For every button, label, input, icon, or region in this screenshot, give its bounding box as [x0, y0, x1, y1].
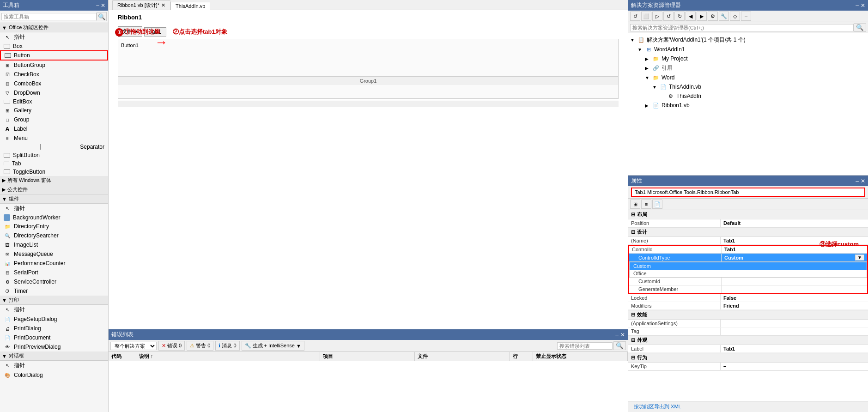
toolbox-item-performancecounter[interactable]: 📊 PerformanceCounter [0, 259, 108, 268]
prop-row-locked[interactable]: Locked False [628, 294, 868, 302]
prop-row-customid[interactable]: CustomId [629, 278, 867, 285]
prop-row-keytip[interactable]: KeyTip – [628, 363, 868, 370]
tab-thisaddin[interactable]: ThisAddIn.vb [170, 2, 210, 10]
prop-categorized-btn[interactable]: ≡ [641, 200, 651, 209]
se-tool-btn-4[interactable]: ↺ [663, 12, 674, 21]
prop-row-modifiers[interactable]: Modifiers Friend [628, 302, 868, 310]
prop-pin-icon[interactable]: – [856, 178, 859, 184]
tree-project[interactable]: ▼ ⊞ WordAddIn1 [630, 45, 866, 54]
prop-row-controlid[interactable]: ControlId Tab1 [629, 246, 867, 254]
toolbox-item-timer[interactable]: ⏱ Timer [0, 286, 108, 296]
toolbox-section-windows[interactable]: ▶ 所有 Windows 窗体 [0, 176, 108, 185]
build-button[interactable]: 🔧 生成 + IntelliSense ▼ [242, 341, 304, 351]
toolbox-item-label[interactable]: A Label [0, 124, 108, 133]
toolbox-item-printdialog[interactable]: 🖨 PrintDialog [0, 324, 108, 333]
prop-section-keytip-header[interactable]: ⊟ 行为 [628, 353, 868, 363]
se-close-icon[interactable]: ✕ [861, 2, 865, 9]
toolbox-close-icon[interactable]: ✕ [101, 2, 105, 9]
se-pin-icon[interactable]: – [856, 2, 859, 9]
prop-row-generatemember[interactable]: GenerateMember [629, 285, 867, 293]
designer-scrollbar-h[interactable] [118, 101, 619, 107]
toolbox-item-messagequeue[interactable]: ✉ MessageQueue [0, 249, 108, 259]
error-panel-close[interactable]: ✕ [620, 332, 625, 338]
tree-thisaddin[interactable]: ⚙ ThisAddIn [630, 91, 866, 101]
se-tool-btn-1[interactable]: ↺ [630, 12, 640, 21]
errors-button[interactable]: ✕ 错误 0 [158, 341, 185, 351]
prop-row-position[interactable]: Position Default [628, 219, 868, 227]
prop-row-tag[interactable]: Tag [628, 327, 868, 335]
se-search-input[interactable] [630, 24, 854, 31]
toolbox-item-imagelist[interactable]: 🖼 ImageList [0, 240, 108, 249]
toolbox-item-printdocument[interactable]: 📄 PrintDocument [0, 333, 108, 342]
se-tool-btn-6[interactable]: ◀ [686, 12, 696, 21]
error-search-button[interactable]: 🔍 [613, 341, 626, 350]
se-tool-btn-10[interactable]: ◇ [730, 12, 740, 21]
expand-icon[interactable]: ▼ [652, 85, 658, 90]
option-custom[interactable]: Custom [630, 262, 867, 270]
tab-ribbon1-design[interactable]: Ribbon1.vb [设计]* ✕ [112, 0, 170, 10]
toolbox-item-togglebutton[interactable]: ToggleButton [0, 168, 108, 176]
tree-ribbon1-vb[interactable]: ▶ 📄 Ribbon1.vb [630, 101, 866, 110]
toolbox-item-serialport[interactable]: ⊟ SerialPort [0, 268, 108, 277]
prop-row-name[interactable]: (Name) Tab1 [628, 237, 868, 245]
se-tool-btn-5[interactable]: ↻ [674, 12, 685, 21]
expand-icon[interactable]: ▼ [645, 75, 650, 80]
toolbox-item-combobox[interactable]: ⊟ ComboBox [0, 79, 108, 88]
se-tool-btn-3[interactable]: ▷ [652, 12, 662, 21]
toolbox-item-pointer1[interactable]: ↖ 指针 [0, 32, 108, 42]
prop-row-controlidtype[interactable]: ControlIdType Custom ▼ [629, 254, 867, 262]
toolbox-section-print[interactable]: ▼ 打印 [0, 296, 108, 305]
option-office[interactable]: Office [630, 270, 867, 277]
toolbox-item-colordialog[interactable]: 🎨 ColorDialog [0, 370, 108, 380]
tree-myproject[interactable]: ▶ 📁 My Project [630, 54, 866, 63]
toolbox-item-dropdown[interactable]: ▽ DropDown [0, 88, 108, 97]
prop-close-icon[interactable]: ✕ [861, 178, 865, 184]
prop-section-behavior-header[interactable]: ⊟ 效能 [628, 310, 868, 320]
prop-section-layout-header[interactable]: ⊟ 布局 [628, 210, 868, 219]
toolbox-item-printpreviewdialog[interactable]: 👁 PrintPreviewDialog [0, 342, 108, 351]
se-search-btn[interactable]: 🔍 [854, 23, 866, 32]
toolbox-section-common[interactable]: ▶ 公共控件 [0, 185, 108, 194]
toolbox-item-separator[interactable]: Separator [0, 143, 108, 151]
prop-object-input[interactable]: Tab1 Microsoft.Office.Tools.Ribbon.Ribbo… [631, 188, 865, 197]
toolbox-item-button[interactable]: Button [0, 50, 108, 61]
error-search-input[interactable] [557, 342, 613, 350]
se-tool-btn-9[interactable]: 🔧 [719, 12, 729, 21]
export-xml-link[interactable]: 按功能区导出到 XML [631, 402, 684, 411]
toolbox-item-checkbox[interactable]: ☑ CheckBox [0, 70, 108, 79]
toolbox-pin-icon[interactable]: – [96, 2, 99, 9]
expand-icon[interactable]: ▶ [645, 66, 650, 71]
prop-section-design-header[interactable]: ⊟ 设计 [628, 228, 868, 237]
prop-pages-btn[interactable]: 📄 [652, 200, 662, 209]
tree-word[interactable]: ▼ 📁 Word [630, 73, 866, 82]
prop-row-appsettings[interactable]: (ApplicationSettings) [628, 320, 868, 327]
toolbox-section-components[interactable]: ▼ 组件 [0, 194, 108, 204]
toolbox-item-backgroundworker[interactable]: BackgroundWorker [0, 213, 108, 222]
toolbox-section-office[interactable]: ▼ Office 功能区控件 [0, 23, 108, 32]
tab-close[interactable]: ✕ [161, 2, 165, 8]
toolbox-item-pointer-print[interactable]: ↖ 指针 [0, 305, 108, 315]
toolbox-item-box[interactable]: Box [0, 42, 108, 50]
toolbox-item-pointer-comp[interactable]: ↖ 指针 [0, 204, 108, 213]
toolbox-item-buttongroup[interactable]: ⊞ ButtonGroup [0, 61, 108, 70]
expand-icon[interactable]: ▶ [645, 56, 650, 61]
se-tool-btn-11[interactable]: – [741, 12, 751, 21]
toolbox-item-group[interactable]: □ Group [0, 115, 108, 124]
toolbox-item-pagesetupdialog[interactable]: 📄 PageSetupDialog [0, 315, 108, 324]
controlidtype-dropdown-btn[interactable]: ▼ [855, 254, 864, 261]
expand-icon[interactable]: ▶ [645, 103, 650, 108]
error-scope-dropdown[interactable]: 整个解决方案 [110, 342, 157, 350]
toolbox-item-directoryentry[interactable]: 📁 DirectoryEntry [0, 222, 108, 231]
expand-icon[interactable]: ▼ [637, 47, 643, 52]
toolbox-item-servicecontroller[interactable]: ⚙ ServiceController [0, 277, 108, 286]
tree-references[interactable]: ▶ 🔗 引用 [630, 63, 866, 73]
toolbox-item-gallery[interactable]: ⊞ Gallery [0, 106, 108, 115]
toolbox-section-dialogs[interactable]: ▼ 对话框 [0, 351, 108, 361]
tree-solution[interactable]: ▼ 📋 解决方案'WordAddIn1'(1 个项目/共 1 个) [630, 35, 866, 45]
toolbox-search-button[interactable]: 🔍 [97, 12, 107, 21]
expand-icon[interactable]: ▼ [630, 37, 636, 42]
toolbox-item-directorysearcher[interactable]: 🔍 DirectorySearcher [0, 231, 108, 240]
toolbox-item-tab[interactable]: Tab [0, 159, 108, 168]
toolbox-item-menu[interactable]: ≡ Menu [0, 133, 108, 143]
prop-row-label[interactable]: Label Tab1 [628, 345, 868, 353]
